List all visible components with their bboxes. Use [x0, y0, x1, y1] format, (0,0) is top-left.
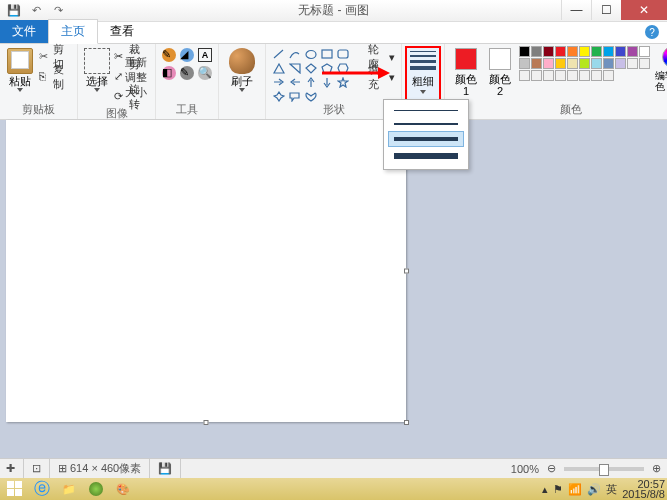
svg-marker-7: [322, 64, 332, 73]
zoom-out-button[interactable]: ⊖: [547, 462, 556, 475]
color2-button[interactable]: 颜色 2: [485, 46, 515, 97]
color-swatch[interactable]: [567, 70, 578, 81]
svg-rect-3: [338, 50, 348, 58]
taskbar-app-icon[interactable]: [83, 479, 109, 499]
color-swatch[interactable]: [567, 46, 578, 57]
zoom-slider[interactable]: [564, 467, 644, 471]
color1-button[interactable]: 颜色 1: [451, 46, 481, 97]
color-palette[interactable]: [519, 46, 651, 81]
size-dropdown-menu: [383, 99, 469, 170]
size-option-5px[interactable]: [388, 131, 464, 147]
minimize-button[interactable]: —: [561, 0, 591, 20]
zoom-in-button[interactable]: ⊕: [652, 462, 661, 475]
shapes-gallery[interactable]: [272, 46, 364, 102]
save-icon[interactable]: 💾: [4, 2, 24, 20]
svg-marker-9: [338, 78, 348, 87]
size-option-1px[interactable]: [388, 104, 464, 117]
color-swatch[interactable]: [543, 58, 554, 69]
tray-up-icon[interactable]: ▴: [542, 483, 548, 496]
color-swatch[interactable]: [615, 58, 626, 69]
color-swatch[interactable]: [639, 58, 650, 69]
size-option-8px[interactable]: [388, 147, 464, 165]
group-tools: ✎ ◢ A ◧ ✎ 🔍 工具: [156, 44, 219, 119]
color-swatch[interactable]: [543, 46, 554, 57]
picker-icon[interactable]: ✎: [180, 66, 194, 80]
color2-swatch: [489, 48, 511, 70]
rotate-button[interactable]: ⟳旋转: [114, 88, 149, 106]
magnifier-icon[interactable]: 🔍: [198, 66, 212, 80]
cursor-position: ✚: [6, 459, 24, 478]
svg-point-1: [306, 50, 316, 58]
color-swatch[interactable]: [591, 70, 602, 81]
taskbar-paint-icon[interactable]: 🎨: [110, 479, 136, 499]
color-swatch[interactable]: [555, 58, 566, 69]
color-swatch[interactable]: [603, 58, 614, 69]
color-swatch[interactable]: [579, 70, 590, 81]
svg-rect-14: [15, 481, 22, 488]
brush-button[interactable]: 刷子: [225, 46, 259, 92]
canvas-dimensions: ⊞614 × 460像素: [58, 459, 150, 478]
copy-button[interactable]: ⎘复制: [39, 68, 71, 86]
tray-flag-icon[interactable]: ⚑: [553, 483, 563, 496]
color-swatch[interactable]: [531, 58, 542, 69]
color-swatch[interactable]: [579, 46, 590, 57]
taskbar-ie-icon[interactable]: ⓔ: [29, 479, 55, 499]
color-swatch[interactable]: [555, 46, 566, 57]
color-swatch[interactable]: [627, 46, 638, 57]
canvas[interactable]: [6, 120, 406, 422]
resize-handle-s[interactable]: [204, 420, 209, 425]
tab-view[interactable]: 查看: [98, 20, 146, 43]
group-shapes: 轮廓▾ 填充▾ 形状: [266, 44, 402, 119]
maximize-button[interactable]: ☐: [591, 0, 621, 20]
tray-network-icon[interactable]: 📶: [568, 483, 582, 496]
select-button[interactable]: 选择: [84, 46, 110, 92]
undo-icon[interactable]: ↶: [26, 2, 46, 20]
color-swatch[interactable]: [531, 46, 542, 57]
color-swatch[interactable]: [555, 70, 566, 81]
tab-file[interactable]: 文件: [0, 20, 48, 43]
color-swatch[interactable]: [615, 46, 626, 57]
color-swatch[interactable]: [531, 70, 542, 81]
color-swatch[interactable]: [603, 70, 614, 81]
fill-icon[interactable]: ◢: [180, 48, 194, 62]
title-bar: 💾 ↶ ↷ 无标题 - 画图 — ☐ ✕: [0, 0, 667, 22]
size-option-3px[interactable]: [388, 117, 464, 131]
window-controls: — ☐ ✕: [561, 0, 667, 20]
resize-handle-se[interactable]: [404, 420, 409, 425]
eraser-icon[interactable]: ◧: [162, 66, 176, 80]
taskbar-explorer-icon[interactable]: 📁: [56, 479, 82, 499]
file-size: 💾: [158, 459, 181, 478]
tray-clock[interactable]: 20:57 2015/8/8: [622, 479, 665, 499]
tab-home[interactable]: 主页: [48, 19, 98, 44]
resize-handle-e[interactable]: [404, 269, 409, 274]
cursor-icon: ✚: [6, 462, 15, 475]
color-swatch[interactable]: [543, 70, 554, 81]
tray-ime[interactable]: 英: [606, 482, 617, 497]
color-swatch[interactable]: [519, 58, 530, 69]
size-button[interactable]: 粗细: [405, 46, 441, 102]
color-swatch[interactable]: [567, 58, 578, 69]
pencil-icon[interactable]: ✎: [162, 48, 176, 62]
color-swatch[interactable]: [591, 46, 602, 57]
color-swatch[interactable]: [591, 58, 602, 69]
color-swatch[interactable]: [627, 58, 638, 69]
color-swatch[interactable]: [579, 58, 590, 69]
close-button[interactable]: ✕: [621, 0, 667, 20]
color-swatch[interactable]: [639, 46, 650, 57]
svg-rect-13: [7, 481, 14, 488]
text-icon[interactable]: A: [198, 48, 212, 62]
rotate-icon: ⟳: [114, 90, 127, 104]
paste-button[interactable]: 粘贴: [6, 46, 35, 92]
svg-rect-15: [7, 489, 14, 496]
size-icon: [410, 51, 436, 70]
shape-fill-button[interactable]: 填充▾: [368, 68, 395, 86]
color-swatch[interactable]: [603, 46, 614, 57]
tray-volume-icon[interactable]: 🔊: [587, 483, 601, 496]
edit-colors-button[interactable]: 编辑颜色: [655, 46, 667, 92]
color-swatch[interactable]: [519, 70, 530, 81]
redo-icon[interactable]: ↷: [48, 2, 68, 20]
dims-icon: ⊞: [58, 462, 67, 475]
help-icon[interactable]: ?: [645, 25, 659, 39]
start-button[interactable]: [2, 479, 28, 499]
color-swatch[interactable]: [519, 46, 530, 57]
